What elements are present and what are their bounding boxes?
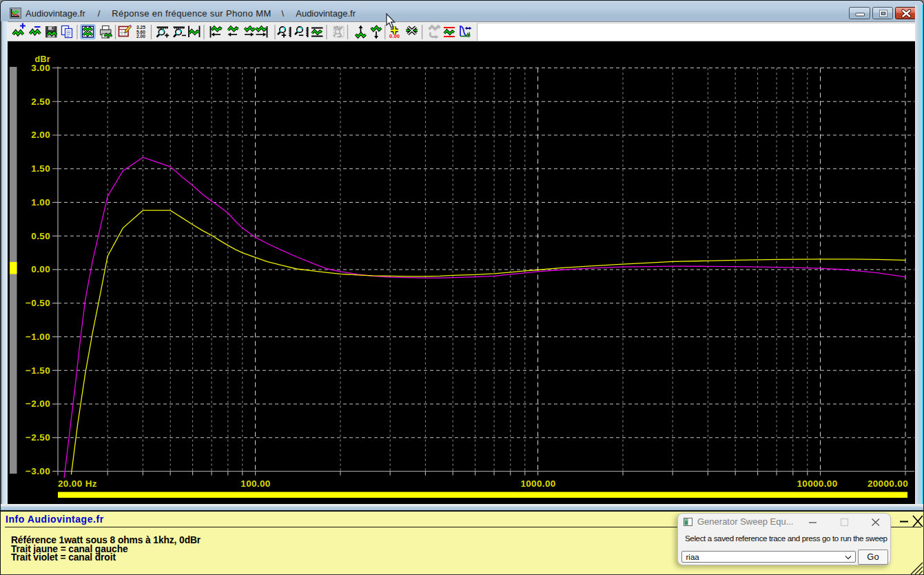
svg-text:0.00: 0.00 (389, 33, 400, 39)
svg-text:−2.00: −2.00 (25, 399, 50, 409)
svg-text:1000.00: 1000.00 (520, 478, 555, 489)
svg-text:2.50: 2.50 (31, 97, 50, 107)
svg-text:−2.50: −2.50 (25, 432, 50, 443)
svg-text:1.00: 1.00 (31, 197, 50, 208)
svg-text:−0.50: −0.50 (25, 298, 50, 308)
svg-text:2.00: 2.00 (31, 130, 50, 140)
svg-text:−3.00: −3.00 (25, 466, 50, 476)
svg-text:3.00: 3.00 (31, 63, 50, 73)
svg-text:0.00: 0.00 (31, 264, 50, 274)
svg-text:20000.00: 20000.00 (867, 478, 908, 489)
svg-text:20.00 Hz: 20.00 Hz (58, 478, 97, 489)
svg-text:2.00: 2.00 (136, 34, 145, 39)
svg-text:1.50: 1.50 (31, 163, 50, 174)
svg-text:10000.00: 10000.00 (797, 478, 837, 489)
svg-text:100.00: 100.00 (240, 478, 270, 489)
svg-text:−1.50: −1.50 (25, 365, 50, 376)
svg-text:0.50: 0.50 (31, 231, 50, 241)
svg-text:−1.00: −1.00 (25, 332, 50, 342)
